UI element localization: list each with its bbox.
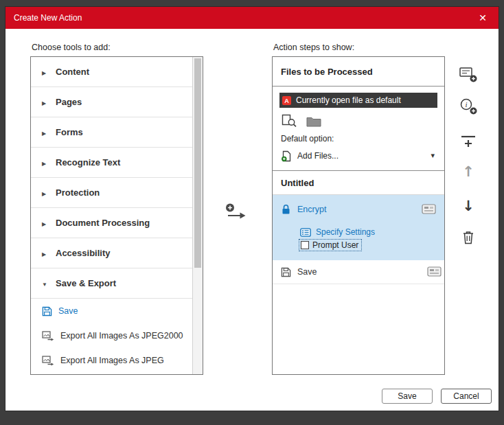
close-button[interactable]: ✕ — [467, 7, 499, 29]
category-protection[interactable]: Protection — [31, 178, 192, 208]
tool-label: Save — [58, 306, 78, 316]
collapsed-arrow-icon — [42, 157, 49, 168]
save-step-label: Save — [297, 267, 317, 277]
close-icon: ✕ — [479, 12, 487, 23]
tool-export-jpeg[interactable]: Export All Images As JPEG — [31, 348, 192, 373]
list-settings-icon — [300, 228, 311, 237]
category-pages[interactable]: Pages — [31, 87, 192, 117]
info-plus-icon: i — [459, 98, 477, 115]
titlebar: Create New Action ✕ — [5, 7, 499, 29]
save-icon — [42, 306, 52, 317]
step-save[interactable]: Save — [273, 260, 444, 284]
category-label: Document Processing — [56, 218, 150, 228]
category-label: Save & Export — [56, 278, 116, 288]
folder-icon — [306, 115, 321, 127]
collapsed-arrow-icon — [42, 218, 49, 228]
svg-text:A: A — [284, 97, 289, 104]
category-save-export[interactable]: Save & Export — [31, 268, 192, 299]
category-content[interactable]: Content — [31, 57, 192, 87]
magnify-document-icon — [282, 114, 297, 127]
export-image-icon — [42, 331, 54, 341]
collapsed-arrow-icon — [42, 97, 49, 107]
tools-scrollbar[interactable] — [192, 57, 203, 374]
dropdown-chevron-icon[interactable]: ▾ — [431, 151, 435, 160]
window-title: Create New Action — [5, 13, 467, 23]
category-label: Protection — [56, 187, 100, 198]
untitled-label: Untitled — [273, 171, 444, 195]
divider-plus-icon — [460, 133, 477, 148]
steps-panel: Files to be Processed A Currently open f… — [272, 56, 445, 375]
preview-files-button[interactable] — [282, 114, 297, 130]
add-file-icon — [281, 150, 293, 162]
save-icon — [281, 267, 291, 277]
category-label: Forms — [56, 127, 83, 137]
specify-settings-label: Specify Settings — [316, 227, 375, 237]
category-label: Content — [56, 67, 89, 77]
tool-label: Export All Images As JPEG — [60, 356, 164, 365]
prompt-user-control[interactable]: Prompt User — [299, 240, 361, 251]
delete-step-button[interactable] — [455, 225, 481, 249]
cancel-button[interactable]: Cancel — [441, 389, 492, 404]
save-button[interactable]: Save — [382, 389, 433, 404]
current-file-label: Currently open file as default — [296, 95, 401, 105]
category-forms[interactable]: Forms — [31, 117, 192, 148]
move-up-button[interactable]: ↑ — [455, 160, 481, 183]
svg-text:i: i — [465, 100, 467, 108]
pdf-icon: A — [282, 96, 291, 105]
create-new-action-dialog: Create New Action ✕ Choose tools to add:… — [5, 7, 499, 411]
browse-folder-button[interactable] — [306, 115, 321, 130]
category-label: Accessibility — [56, 248, 111, 258]
category-accessibility[interactable]: Accessibility — [31, 238, 192, 268]
add-divider-button[interactable] — [455, 129, 481, 152]
choose-tools-label: Choose tools to add: — [32, 43, 111, 52]
category-label: Recognize Text — [56, 157, 120, 168]
collapsed-arrow-icon — [42, 187, 49, 198]
tool-export-jpeg2000[interactable]: Export All Images As JPEG2000 — [31, 323, 192, 348]
files-section: A Currently open file as default — [273, 87, 444, 171]
step-options-button[interactable] — [427, 266, 442, 279]
add-panel-button[interactable] — [455, 62, 481, 86]
encrypt-row[interactable]: Encrypt — [281, 203, 439, 216]
category-recognize-text[interactable]: Recognize Text — [31, 148, 192, 178]
dialog-body: Choose tools to add: Action steps to sho… — [5, 29, 499, 411]
up-arrow-icon: ↑ — [462, 163, 474, 180]
step-options-button[interactable] — [422, 204, 436, 217]
current-file-option[interactable]: A Currently open file as default — [279, 93, 437, 108]
lock-icon — [281, 204, 291, 215]
expanded-arrow-icon — [42, 278, 49, 288]
file-buttons-row — [282, 114, 437, 130]
tool-save[interactable]: Save — [31, 299, 192, 323]
default-option-label: Default option: — [281, 134, 437, 143]
arrow-plus-icon — [224, 202, 247, 221]
files-header: Files to be Processed — [273, 57, 444, 87]
category-document-processing[interactable]: Document Processing — [31, 208, 192, 238]
action-steps-label: Action steps to show: — [273, 43, 354, 52]
add-panel-icon — [459, 66, 477, 82]
prompt-user-checkbox[interactable] — [301, 241, 309, 249]
tools-panel: Content Pages Forms Recognize Text Prote… — [30, 56, 203, 375]
collapsed-arrow-icon — [42, 248, 49, 258]
encrypt-label: Encrypt — [297, 205, 326, 214]
panel-options-icon — [427, 266, 442, 277]
add-files-label: Add Files... — [297, 151, 339, 161]
collapsed-arrow-icon — [42, 127, 49, 137]
add-instruction-button[interactable]: i — [455, 95, 481, 118]
scrollbar-thumb[interactable] — [194, 58, 201, 268]
tools-list: Content Pages Forms Recognize Text Prote… — [31, 57, 192, 374]
trash-icon — [461, 230, 475, 244]
add-step-button[interactable] — [224, 202, 247, 221]
add-files-button[interactable]: Add Files... ▾ — [279, 148, 437, 163]
specify-settings-link[interactable]: Specify Settings — [300, 227, 439, 237]
down-arrow-icon: ↓ — [462, 198, 474, 214]
panel-options-icon — [422, 204, 436, 214]
step-encrypt[interactable]: Encrypt — [273, 195, 444, 260]
collapsed-arrow-icon — [42, 67, 49, 77]
export-image-icon — [42, 356, 54, 366]
prompt-user-label: Prompt User — [312, 240, 358, 250]
category-label: Pages — [56, 97, 82, 107]
tool-label: Export All Images As JPEG2000 — [60, 331, 183, 341]
screen: { "window": { "title": "Create New Actio… — [0, 0, 504, 425]
move-down-button[interactable]: ↓ — [455, 194, 481, 218]
